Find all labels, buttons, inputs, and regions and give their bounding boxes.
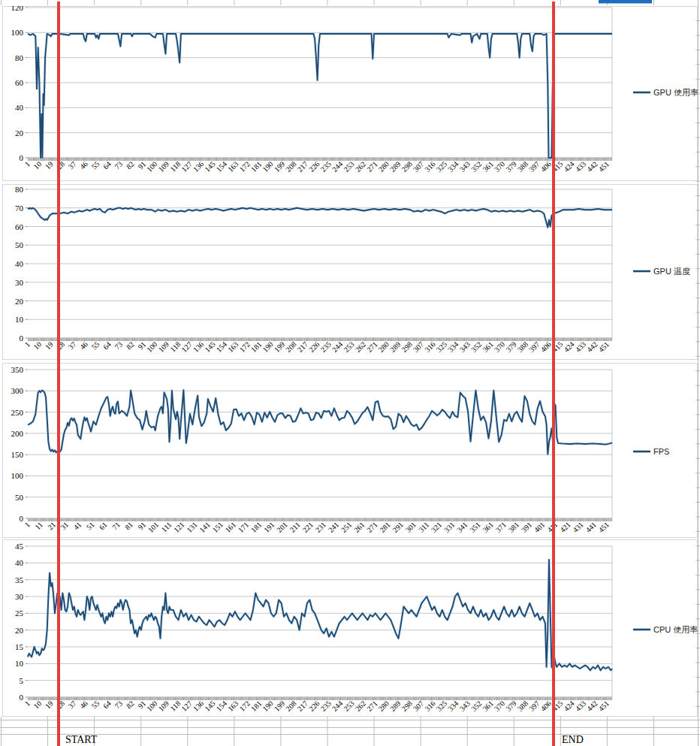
y-tick-label: 40: [15, 558, 24, 567]
y-tick-label: 30: [15, 592, 24, 601]
end-cell[interactable]: END: [562, 734, 584, 746]
start-cell[interactable]: START: [65, 734, 97, 746]
chart-svg-gpu_usage: 0204060801001201101928374655647382911001…: [0, 6, 700, 181]
legend-label-cpu_usage: CPU 使用率: [653, 625, 698, 634]
y-tick-label: 60: [15, 222, 24, 231]
chart-frame: [3, 364, 698, 538]
y-tick-label: 80: [15, 53, 24, 62]
y-tick-label: 50: [15, 493, 24, 502]
y-tick-label: 0: [20, 693, 24, 702]
chart-frame: [3, 540, 698, 717]
legend-label-fps: FPS: [653, 447, 669, 456]
y-tick-label: 40: [15, 103, 24, 112]
y-tick-label: 0: [20, 514, 24, 523]
legend-label-gpu_temp: GPU 温度: [653, 267, 690, 276]
x-axis-tick-strip: [28, 158, 612, 161]
y-tick-label: 350: [11, 365, 24, 374]
y-tick-label: 15: [15, 642, 24, 651]
y-tick-label: 100: [11, 28, 24, 37]
x-axis-tick-strip: [28, 697, 612, 700]
spreadsheet-canvas: { "markers": { "start_label": "START", "…: [0, 0, 700, 746]
y-tick-label: 45: [15, 542, 24, 551]
legend-label-gpu_usage: GPU 使用率: [653, 88, 698, 97]
y-tick-label: 0: [20, 334, 24, 343]
start-marker-line[interactable]: [57, 2, 60, 746]
y-tick-label: 150: [11, 450, 24, 459]
y-tick-label: 60: [15, 78, 24, 87]
y-tick-label: 80: [15, 185, 24, 194]
start-label: START: [65, 734, 97, 745]
y-tick-label: 50: [15, 240, 24, 249]
chart-svg-fps: 0501001502002503003501112131415161718191…: [0, 363, 700, 538]
chart-svg-gpu_temp: 0102030405060708011019283746556473829110…: [0, 184, 700, 360]
y-tick-label: 100: [11, 471, 24, 480]
y-tick-label: 35: [15, 575, 24, 584]
y-tick-label: 20: [15, 626, 24, 635]
y-tick-label: 5: [20, 676, 24, 685]
y-tick-label: 30: [15, 278, 24, 287]
chart-gpu-usage[interactable]: 0204060801001201101928374655647382911001…: [0, 6, 700, 181]
y-tick-label: 10: [15, 315, 24, 324]
y-tick-label: 40: [15, 259, 24, 268]
y-tick-label: 70: [15, 204, 24, 213]
y-tick-label: 25: [15, 609, 24, 618]
x-axis-tick-strip: [28, 338, 612, 341]
chart-fps[interactable]: 0501001502002503003501112131415161718191…: [0, 363, 700, 538]
y-tick-label: 200: [11, 429, 24, 438]
chart-gpu-temp[interactable]: 0102030405060708011019283746556473829110…: [0, 184, 700, 360]
y-tick-label: 10: [15, 659, 24, 668]
end-label: END: [562, 734, 584, 745]
chart-cpu-usage[interactable]: 0510152025303540451101928374655647382911…: [0, 539, 700, 717]
y-tick-label: 20: [15, 297, 24, 306]
end-marker-line[interactable]: [552, 2, 555, 746]
selected-cell-border: [599, 0, 652, 4]
y-tick-label: 300: [11, 386, 24, 395]
y-tick-label: 20: [15, 128, 24, 137]
y-tick-label: 250: [11, 408, 24, 417]
y-tick-label: 120: [11, 6, 24, 12]
y-tick-label: 0: [20, 153, 24, 162]
chart-svg-cpu_usage: 0510152025303540451101928374655647382911…: [0, 539, 700, 717]
